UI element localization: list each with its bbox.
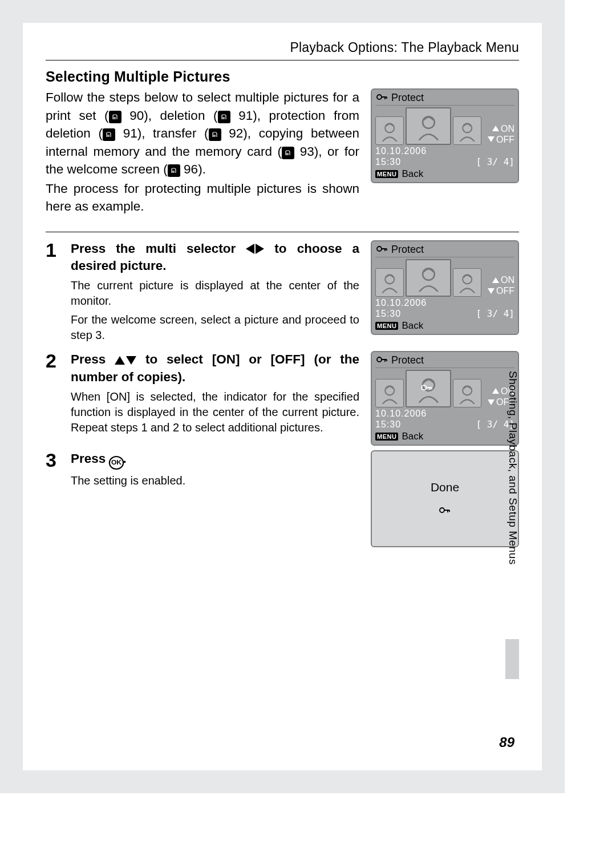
lcd-count: [ 3/ 4] — [476, 156, 514, 167]
lcd-on: ON — [501, 123, 514, 134]
step1-desc-1: The current picture is displayed at the … — [71, 278, 359, 309]
divider — [46, 232, 519, 232]
ref-icon — [109, 111, 121, 123]
lcd-step1: Protect ON OFF 10.10.2006 15:30[ 3/ 4] M… — [371, 240, 519, 335]
up-icon — [492, 277, 499, 283]
up-icon — [492, 388, 499, 394]
lcd-thumb-current — [406, 370, 451, 407]
lcd-off: OFF — [496, 134, 514, 145]
down-icon — [488, 136, 495, 142]
lcd-date: 10.10.2006 — [375, 146, 427, 156]
lcd-time: 15:30 — [375, 419, 401, 430]
step2-head-a: Press — [71, 352, 115, 366]
lcd-thumb — [375, 116, 404, 145]
step3-head-a: Press — [71, 451, 110, 466]
down-icon — [488, 399, 495, 405]
header-rule — [46, 60, 519, 60]
lcd-thumb — [453, 116, 481, 145]
page-number: 89 — [499, 734, 514, 750]
lcd-on-off: ON OFF — [488, 274, 514, 296]
step1-desc: The current picture is displayed at the … — [71, 278, 359, 343]
lcd-thumb — [453, 268, 481, 297]
step3-head: Press OK. — [71, 450, 359, 469]
lcd-thumb-current — [406, 259, 451, 297]
lcd-thumb-current — [406, 107, 451, 145]
protect-icon — [376, 354, 388, 366]
lcd-back: Back — [402, 168, 423, 180]
step-number: 1 — [46, 240, 71, 260]
lcd-title: Protect — [391, 354, 424, 366]
ref-icon — [209, 128, 221, 141]
page-header: Playback Options: The Playback Menu — [46, 40, 519, 55]
intro-text-g: ). — [198, 162, 206, 176]
down-icon — [488, 288, 495, 294]
lcd-done-text: Done — [431, 480, 459, 494]
lcd-title: Protect — [391, 244, 424, 256]
menu-badge: MENU — [375, 170, 398, 178]
lcd-date: 10.10.2006 — [375, 409, 427, 419]
side-tab-block — [505, 639, 519, 679]
lcd-back: Back — [402, 320, 423, 332]
up-icon — [492, 126, 499, 131]
lcd-date: 10.10.2006 — [375, 298, 427, 308]
side-tab: Shooting, Playback, and Setup Menus — [506, 371, 519, 628]
step1-desc-2: For the welcome screen, select a picture… — [71, 312, 359, 343]
side-tab-label: Shooting, Playback, and Setup Menus — [506, 371, 519, 565]
lcd-title: Protect — [391, 92, 424, 104]
ok-icon: OK — [108, 456, 123, 470]
lcd-time: 15:30 — [375, 157, 401, 167]
step3-desc-1: The setting is enabled. — [71, 473, 359, 488]
lcd-off: OFF — [496, 285, 514, 296]
protect-icon — [376, 92, 388, 104]
lcd-on: ON — [501, 274, 514, 285]
left-right-icon — [246, 244, 264, 254]
protect-icon — [439, 506, 451, 517]
lcd-step2: Protect ON OFF 10.10.2006 15:30[ 3/ 4] — [371, 351, 519, 446]
lcd-thumb — [375, 379, 404, 407]
step2-desc-1: When [ON] is selected, the indicator for… — [71, 389, 359, 435]
lcd-back: Back — [402, 431, 423, 442]
intro-text: Follow the steps below to select multipl… — [46, 88, 359, 217]
intro-text-2: The process for protecting multiple pict… — [46, 180, 359, 216]
step-number: 2 — [46, 351, 71, 370]
lcd-time: 15:30 — [375, 309, 401, 319]
intro-text-b: ), deletion ( — [144, 108, 217, 123]
intro-text-d: ), transfer ( — [137, 126, 209, 140]
ref-icon — [168, 164, 180, 177]
section-title: Selecting Multiple Pictures — [46, 68, 519, 85]
protect-icon — [376, 244, 388, 256]
lcd-thumb — [375, 268, 404, 297]
ref-page: 90 — [129, 108, 144, 123]
lcd-on-off: ON OFF — [488, 123, 514, 145]
step2-head: Press to select [ON] or [OFF] (or the nu… — [71, 351, 359, 386]
ref-page: 93 — [300, 144, 314, 159]
menu-badge: MENU — [375, 433, 398, 441]
step-number: 3 — [46, 450, 71, 470]
menu-badge: MENU — [375, 322, 398, 330]
step1-head-a: Press the multi selector — [71, 241, 246, 256]
lcd-thumb — [453, 379, 481, 407]
up-down-icon — [115, 356, 136, 365]
lcd-intro: Protect ON OFF 10.10.2006 15:30[ 3/ 4] M… — [371, 88, 519, 183]
ref-page: 96 — [184, 162, 198, 176]
ref-icon — [218, 111, 230, 123]
ref-icon — [103, 128, 115, 141]
lcd-step3: Done — [371, 450, 519, 547]
step3-desc: The setting is enabled. — [71, 473, 359, 488]
ref-icon — [282, 147, 294, 159]
step2-desc: When [ON] is selected, the indicator for… — [71, 389, 359, 435]
ref-page: 91 — [238, 108, 253, 123]
protect-marker-icon — [421, 383, 436, 394]
ref-page: 91 — [123, 126, 137, 140]
lcd-count: [ 3/ 4] — [476, 308, 514, 319]
ref-page: 92 — [229, 126, 243, 140]
step1-head: Press the multi selector to choose a des… — [71, 240, 359, 275]
